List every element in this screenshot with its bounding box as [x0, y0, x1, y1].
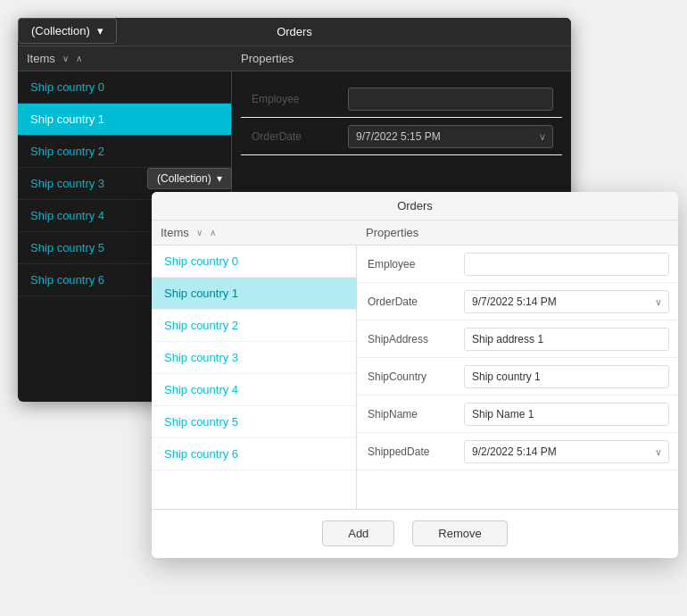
shipaddress-label: ShipAddress	[357, 326, 455, 353]
window-front-footer: Add Remove	[152, 509, 678, 557]
prop-row-employee-back: Employee	[241, 80, 562, 118]
shipcountry-value	[455, 360, 678, 394]
list-item[interactable]: Ship country 6	[152, 438, 356, 470]
add-button[interactable]: Add	[322, 520, 394, 546]
prop-row-shipcountry: ShipCountry	[357, 358, 678, 395]
prop-row-orderdate-back: OrderDate 9/7/2022 5:15 PM	[241, 118, 562, 155]
prop-row-employee: Employee	[357, 246, 678, 283]
orderdate-select-wrapper: 9/7/2022 5:14 PM	[464, 290, 669, 313]
orderdate-label: OrderDate	[357, 288, 455, 315]
prop-row-shipaddress: ShipAddress	[357, 320, 678, 358]
shippeddate-value: 9/2/2022 5:14 PM	[455, 435, 678, 469]
list-panel-front: Ship country 0 Ship country 1 Ship count…	[152, 246, 357, 509]
shipname-value	[455, 397, 678, 431]
orderdate-select[interactable]: 9/7/2022 5:14 PM	[464, 290, 669, 313]
shippeddate-label: ShippedDate	[357, 438, 455, 465]
collection-button-top[interactable]: (Collection) ▾	[18, 18, 117, 44]
window-front-content: Ship country 0 Ship country 1 Ship count…	[152, 246, 678, 509]
collection-button-top-label: (Collection)	[31, 24, 90, 37]
orderdate-value-back: 9/7/2022 5:15 PM	[339, 120, 562, 154]
orderdate-select-wrapper-back: 9/7/2022 5:15 PM	[348, 125, 553, 148]
items-label-back: Items ∨ ∧	[27, 52, 241, 65]
props-panel-front: Employee OrderDate 9/7/2022 5:14 PM Ship…	[357, 246, 678, 509]
employee-value	[455, 247, 678, 281]
chevron-down-icon: ▾	[97, 24, 103, 37]
chevron-down-icon-back: ▾	[217, 172, 222, 185]
employee-value-back	[339, 82, 562, 116]
orders-window-front: Orders Items ∨ ∧ Properties Ship country…	[152, 192, 678, 558]
list-item[interactable]: Ship country 0	[152, 246, 356, 278]
prop-row-shippeddate: ShippedDate 9/2/2022 5:14 PM	[357, 433, 678, 470]
orderdate-select-back[interactable]: 9/7/2022 5:15 PM	[348, 125, 553, 148]
orderdate-label-back: OrderDate	[241, 123, 339, 150]
sort-up-icon-front[interactable]: ∧	[210, 228, 216, 237]
shipcountry-input[interactable]	[464, 365, 669, 388]
collection-button-back-label: (Collection)	[157, 172, 211, 185]
employee-label: Employee	[357, 251, 455, 278]
shipcountry-label: ShipCountry	[357, 363, 455, 390]
shippeddate-select-wrapper: 9/2/2022 5:14 PM	[464, 440, 669, 463]
list-item[interactable]: Ship country 2	[18, 136, 231, 168]
shipaddress-value	[455, 322, 678, 356]
sort-down-icon-front[interactable]: ∨	[196, 228, 203, 237]
collection-button-back[interactable]: (Collection) ▾	[147, 168, 232, 189]
shipaddress-input[interactable]	[464, 328, 669, 351]
employee-input[interactable]	[464, 253, 669, 276]
prop-row-orderdate: OrderDate 9/7/2022 5:14 PM	[357, 283, 678, 320]
orderdate-value: 9/7/2022 5:14 PM	[455, 285, 678, 319]
employee-input-back[interactable]	[348, 87, 553, 111]
list-item[interactable]: Ship country 3	[152, 342, 356, 374]
window-front-title: Orders	[152, 192, 678, 221]
properties-label-back: Properties	[241, 52, 562, 65]
shippeddate-select[interactable]: 9/2/2022 5:14 PM	[464, 440, 669, 463]
employee-label-back: Employee	[241, 86, 339, 112]
list-item[interactable]: Ship country 5	[152, 406, 356, 438]
sort-up-icon-back[interactable]: ∧	[76, 54, 82, 63]
window-back-column-header: Items ∨ ∧ Properties	[18, 46, 571, 71]
list-item[interactable]: Ship country 4	[152, 374, 356, 406]
prop-row-shipname: ShipName	[357, 395, 678, 433]
list-item[interactable]: Ship country 1	[18, 104, 231, 136]
shipname-label: ShipName	[357, 401, 455, 428]
list-item[interactable]: Ship country 2	[152, 310, 356, 342]
remove-button[interactable]: Remove	[412, 520, 507, 546]
list-item[interactable]: Ship country 1	[152, 278, 356, 310]
items-label-front: Items ∨ ∧	[161, 226, 366, 239]
list-item[interactable]: Ship country 0	[18, 71, 231, 104]
window-front-column-header: Items ∨ ∧ Properties	[152, 221, 678, 246]
shipname-input[interactable]	[464, 403, 669, 426]
properties-label-front: Properties	[366, 226, 669, 239]
sort-down-icon-back[interactable]: ∨	[62, 54, 69, 63]
